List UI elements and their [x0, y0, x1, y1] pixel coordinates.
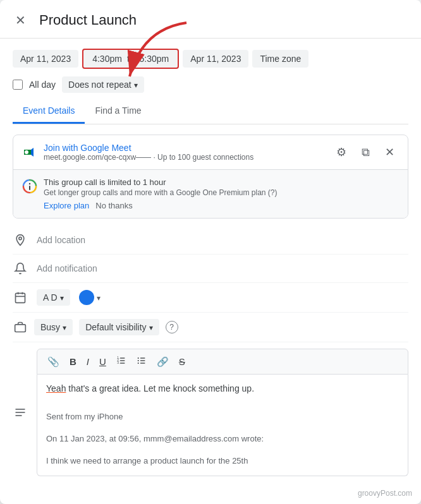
calendar-chevron-icon	[60, 292, 64, 303]
tab-find-time[interactable]: Find a Time	[85, 99, 151, 124]
location-row: Add location	[13, 226, 408, 255]
explore-plan-link[interactable]: Explore plan	[44, 201, 89, 210]
end-time-chip[interactable]: 5:30pm	[137, 52, 172, 65]
tab-event-details[interactable]: Event Details	[13, 99, 85, 124]
tabs-row: Event Details Find a Time	[13, 99, 408, 124]
end-date-chip[interactable]: Apr 11, 2023	[183, 50, 248, 68]
editor-section: 📎 B I U 1. 2. 3.	[13, 349, 408, 476]
editor-from-text: Sent from my iPhone	[46, 412, 399, 421]
status-row: Busy Default visibility ?	[13, 313, 408, 342]
bold-button[interactable]: B	[66, 354, 80, 369]
ordered-list-button[interactable]: 1. 2. 3.	[113, 353, 130, 370]
notification-row: Add notification	[13, 255, 408, 283]
visibility-chevron-icon	[149, 322, 153, 332]
no-thanks-link[interactable]: No thanks	[95, 201, 133, 210]
svg-point-6	[19, 237, 21, 239]
busy-dropdown[interactable]: Busy	[34, 319, 73, 335]
meet-join-link[interactable]: Join with Google Meet	[44, 143, 326, 153]
event-modal: ✕ Product Launch Apr 11, 2023 4:30pm to …	[0, 0, 421, 504]
editor-content[interactable]: Yeah that's a great idea. Let me knock s…	[37, 375, 408, 476]
location-placeholder[interactable]: Add location	[37, 235, 85, 245]
editor-on-text: On 11 Jan 2023, at 09:56, mmm@emailaddre…	[46, 434, 399, 443]
calendar-icon	[13, 290, 28, 305]
description-icon	[13, 405, 28, 420]
color-chevron-icon[interactable]	[97, 292, 101, 303]
to-label: to	[127, 54, 135, 64]
editor-quote-text: I think we need to arrange a product lau…	[46, 456, 399, 465]
close-button[interactable]: ✕	[10, 10, 30, 30]
meet-info: Join with Google Meet meet.google.com/qc…	[44, 143, 326, 162]
warning-desc: Get longer group calls and more with a G…	[44, 188, 399, 197]
time-range-highlighted: 4:30pm to 5:30pm	[82, 49, 179, 69]
allday-row: All day Does not repeat	[13, 76, 408, 93]
underline-button[interactable]: U	[95, 354, 110, 369]
warning-title: This group call is limited to 1 hour	[44, 177, 399, 187]
meet-actions: ⚙ ⧉ ✕	[332, 143, 399, 162]
busy-chevron-icon	[63, 322, 66, 332]
visibility-dropdown[interactable]: Default visibility	[79, 319, 159, 335]
link-button[interactable]: 🔗	[153, 354, 173, 370]
meet-header: Join with Google Meet meet.google.com/qc…	[13, 135, 408, 169]
meet-subtitle: meet.google.com/qce-cqxw—— · Up to 100 g…	[44, 153, 326, 162]
watermark: groovyPost.com	[358, 489, 412, 498]
timezone-chip[interactable]: Time zone	[252, 50, 308, 68]
modal-header: ✕ Product Launch	[0, 0, 421, 39]
repeat-chevron-icon	[134, 80, 138, 90]
strikethrough-button[interactable]: S	[175, 354, 189, 369]
google-meet-icon	[22, 145, 37, 160]
location-icon	[13, 232, 28, 248]
visibility-label: Default visibility	[85, 322, 146, 332]
busy-label: Busy	[40, 322, 60, 332]
meet-section: Join with Google Meet meet.google.com/qc…	[13, 135, 408, 219]
editor-body-rest: that's a great idea. Let me knock someth…	[66, 383, 254, 393]
allday-checkbox[interactable]	[13, 80, 23, 90]
calendar-row: A D	[13, 283, 408, 313]
bell-icon	[13, 261, 28, 276]
help-circle-icon: (?)	[268, 188, 278, 197]
svg-rect-11	[15, 325, 26, 332]
calendar-initials: A D	[43, 292, 58, 303]
editor-toolbar: 📎 B I U 1. 2. 3.	[37, 349, 408, 375]
underlined-word: Yeah	[46, 383, 66, 393]
svg-point-4	[29, 183, 30, 184]
svg-point-2	[25, 150, 28, 154]
start-date-chip[interactable]: Apr 11, 2023	[13, 50, 78, 68]
meet-copy-button[interactable]: ⧉	[356, 143, 375, 162]
unordered-list-button[interactable]	[133, 353, 150, 370]
svg-rect-7	[16, 293, 25, 303]
meet-guests: Up to 100 guest connections	[157, 153, 253, 162]
italic-button[interactable]: I	[83, 354, 93, 369]
meet-warning: This group call is limited to 1 hour Get…	[13, 169, 408, 218]
warning-links: Explore plan No thanks	[44, 201, 399, 210]
svg-point-27	[138, 363, 139, 364]
repeat-label: Does not repeat	[68, 80, 131, 90]
info-icon	[22, 179, 37, 194]
color-dot[interactable]	[79, 290, 94, 305]
warning-text: This group call is limited to 1 hour Get…	[44, 177, 399, 210]
repeat-dropdown[interactable]: Does not repeat	[62, 76, 144, 93]
calendar-dropdown[interactable]: A D	[37, 289, 70, 306]
allday-label: All day	[29, 80, 56, 90]
notification-placeholder[interactable]: Add notification	[37, 263, 97, 273]
start-time-chip[interactable]: 4:30pm	[90, 52, 125, 65]
help-icon[interactable]: ?	[166, 321, 178, 333]
meet-close-button[interactable]: ✕	[380, 143, 399, 162]
svg-point-26	[138, 360, 139, 361]
svg-text:3.: 3.	[117, 361, 119, 364]
paperclip-button[interactable]: 📎	[44, 354, 63, 370]
meet-settings-button[interactable]: ⚙	[332, 143, 351, 162]
briefcase-icon	[13, 320, 28, 335]
meet-url: meet.google.com/qce-cqxw——	[44, 153, 151, 162]
svg-rect-5	[29, 186, 30, 190]
svg-point-25	[138, 357, 139, 359]
time-row: Apr 11, 2023 4:30pm to 5:30pm Apr 11, 20…	[13, 49, 408, 69]
editor-body-text: Yeah that's a great idea. Let me knock s…	[46, 382, 399, 395]
modal-body: Apr 11, 2023 4:30pm to 5:30pm Apr 11, 20…	[0, 39, 421, 504]
modal-title: Product Launch	[39, 12, 137, 28]
